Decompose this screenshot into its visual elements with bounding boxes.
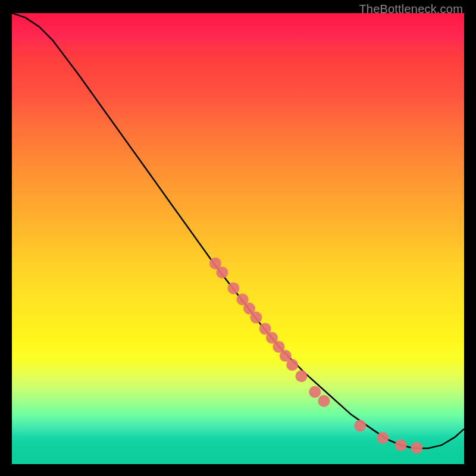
scatter-point [227, 282, 239, 294]
scatter-point [377, 432, 389, 444]
watermark-text: TheBottleneck.com [359, 2, 463, 16]
scatter-point [295, 370, 307, 382]
curve-line [12, 13, 464, 449]
scatter-point [250, 312, 262, 324]
scatter-point [411, 442, 422, 454]
chart-container: TheBottleneck.com [0, 0, 476, 476]
line-series [12, 13, 464, 449]
scatter-point [318, 395, 330, 407]
scatter-point [286, 359, 298, 371]
scatter-point [354, 420, 366, 432]
scatter-series [209, 258, 422, 454]
chart-overlay [12, 13, 464, 464]
scatter-point [309, 386, 321, 398]
scatter-point [216, 267, 228, 278]
scatter-point [395, 439, 407, 451]
